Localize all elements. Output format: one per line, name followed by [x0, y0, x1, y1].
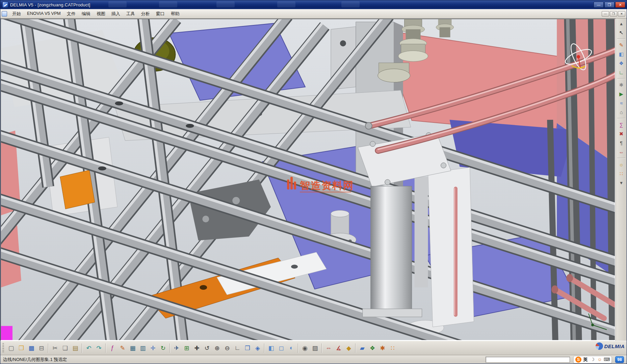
print-icon[interactable]: ⊟ — [36, 343, 47, 353]
mass-icon[interactable]: ◆ — [344, 343, 354, 353]
menu-enovia[interactable]: ENOVIA V5 VPM — [24, 10, 64, 18]
cut-icon[interactable]: ✂ — [50, 343, 60, 353]
watermark-text: 智造资料网 — [299, 180, 354, 191]
mdi-restore-button[interactable]: ❐ — [610, 11, 617, 17]
zoom-out-icon[interactable]: ⊖ — [222, 343, 232, 353]
keyboard-icon[interactable]: ⌨ — [604, 357, 610, 363]
hide-show-icon[interactable]: ◐ — [286, 343, 296, 353]
toolbar-scroll-up-icon[interactable]: ▴ — [617, 19, 626, 28]
grid-icon[interactable]: ∷ — [617, 169, 626, 178]
annotation-icon[interactable]: ¶ — [617, 139, 626, 147]
glass-reflection — [277, 1, 295, 7]
separator — [82, 343, 82, 353]
formula-icon[interactable]: ƒ — [107, 343, 117, 353]
viewport[interactable]: .bD{stroke:#54585c;stroke-width:36;fill:… — [0, 19, 616, 341]
clash-icon[interactable]: ✖ — [617, 130, 626, 138]
menu-start[interactable]: 开始 — [9, 10, 24, 18]
catalog-icon[interactable]: ▥ — [138, 343, 148, 353]
wireframe-view-icon[interactable]: ◻ — [276, 343, 286, 353]
sogou-icon[interactable]: S — [575, 357, 581, 363]
copy-icon[interactable]: ❏ — [60, 343, 70, 353]
ds-logo: DELMIA — [596, 342, 625, 350]
menu-bar: 开始ENOVIA V5 VPM文件编辑视图插入工具分析窗口帮助 —❐✕ — [0, 9, 627, 19]
glass-reflection — [159, 1, 177, 7]
menu-analyze[interactable]: 分析 — [138, 10, 153, 18]
window-title: DELMIA V5 - [zongzhuang.CATProduct] — [10, 2, 90, 7]
render-icon[interactable]: ▨ — [310, 343, 320, 353]
maximize-button[interactable]: ❐ — [604, 2, 615, 8]
menu-help[interactable]: 帮助 — [168, 10, 183, 18]
rotate-icon[interactable]: ↺ — [202, 343, 212, 353]
paste-icon[interactable]: ▤ — [70, 343, 80, 353]
app-window: DELMIA V5 - [zongzhuang.CATProduct] —❐✕ … — [0, 0, 627, 364]
normal-view-icon[interactable]: ∟ — [232, 343, 242, 353]
separator — [169, 343, 170, 353]
ime-badge[interactable]: 98 — [615, 356, 624, 363]
measure-between-icon[interactable]: ⇔ — [323, 343, 334, 353]
zoom-in-icon[interactable]: ⊕ — [212, 343, 222, 353]
snap-grid-icon[interactable]: ∷ — [388, 343, 398, 353]
analysis-icon[interactable]: ∑ — [617, 120, 626, 129]
axis-system-icon[interactable]: ✛ — [148, 343, 158, 353]
lang-indicator[interactable]: 英 — [582, 357, 589, 363]
ime-bar: S英☽☺⌨ — [573, 356, 612, 363]
menu-view[interactable]: 视图 — [94, 10, 108, 18]
command-field[interactable] — [486, 357, 570, 363]
track-icon[interactable]: ≈ — [617, 99, 626, 107]
status-message: 边线/NONE/几何图形集.1 预选定 — [3, 357, 67, 363]
assembly-icon[interactable]: ❖ — [617, 59, 626, 67]
select-cursor-icon[interactable]: ↖ — [617, 28, 626, 37]
workcell-icon[interactable]: ⌂ — [617, 108, 626, 116]
pan-icon[interactable]: ✚ — [192, 343, 202, 353]
fly-mode-icon[interactable]: ✈ — [172, 343, 182, 353]
menu-insert[interactable]: 插入 — [108, 10, 123, 18]
pen-icon[interactable]: ✎ — [117, 343, 128, 353]
mdi-doc-icon[interactable] — [2, 11, 7, 17]
bottom-toolbar-icons: ▢❒▩⊟✂❏▤↶↷ƒ✎▦▥✛↻✈⊞✚↺⊕⊖∟❐◈◧◻◐◉▨⇔∡◆▰❖✱∷ — [6, 343, 398, 353]
moon-icon[interactable]: ☽ — [590, 357, 596, 363]
close-button[interactable]: ✕ — [615, 2, 625, 8]
minimize-button[interactable]: — — [594, 2, 604, 8]
shaded-view-icon[interactable]: ◧ — [266, 343, 276, 353]
mdi-close-button[interactable]: ✕ — [618, 11, 625, 17]
menu-window[interactable]: 窗口 — [153, 10, 168, 18]
glass-reflection — [216, 1, 235, 7]
menu-edit[interactable]: 编辑 — [79, 10, 94, 18]
status-bar: 边线/NONE/几何图形集.1 预选定 S英☽☺⌨ 98 — [0, 355, 627, 364]
measure-angle-icon[interactable]: ∡ — [334, 343, 344, 353]
fit-all-icon[interactable]: ⊞ — [182, 343, 192, 353]
toolbar-scroll-down-icon[interactable]: ▾ — [617, 178, 626, 187]
app-icon — [2, 2, 8, 8]
separator — [617, 38, 625, 39]
save-icon[interactable]: ▩ — [26, 343, 36, 353]
update-icon[interactable]: ↻ — [158, 343, 168, 353]
simulation-play-icon[interactable]: ▶ — [617, 90, 626, 98]
menu-tools[interactable]: 工具 — [123, 10, 138, 18]
eraser-icon[interactable]: ▰ — [357, 343, 367, 353]
undo-icon[interactable]: ↶ — [84, 343, 94, 353]
viewport-3d-scene: .bD{stroke:#54585c;stroke-width:36;fill:… — [1, 19, 615, 340]
constraints-icon[interactable]: ∟ — [617, 68, 626, 77]
menu-file[interactable]: 文件 — [64, 10, 79, 18]
sketch-icon[interactable]: ✎ — [617, 41, 626, 49]
open-folder-icon[interactable]: ❒ — [16, 343, 26, 353]
light-icon[interactable]: ☼ — [617, 160, 626, 169]
camera-icon[interactable]: ◉ — [300, 343, 310, 353]
right-toolbar: ▴↖✎◧❖∟✱▶≈⌂∑✖¶⇔☼∷▾ — [616, 19, 627, 341]
multi-view-icon[interactable]: ❐ — [242, 343, 253, 353]
new-file-icon[interactable]: ▢ — [6, 343, 16, 353]
paint-icon[interactable]: ❖ — [367, 343, 377, 353]
part-design-icon[interactable]: ◧ — [617, 50, 626, 58]
gear-icon[interactable]: ✱ — [617, 81, 626, 89]
measure-icon[interactable]: ⇔ — [617, 148, 626, 156]
iso-view-icon[interactable]: ◈ — [253, 343, 263, 353]
separator — [321, 343, 322, 353]
table-icon[interactable]: ▦ — [128, 343, 138, 353]
mdi-minimize-button[interactable]: — — [602, 11, 609, 17]
title-bar[interactable]: DELMIA V5 - [zongzhuang.CATProduct] —❐✕ — [0, 0, 627, 9]
knowledge-icon[interactable]: ✱ — [377, 343, 388, 353]
main-area: .bD{stroke:#54585c;stroke-width:36;fill:… — [0, 19, 627, 341]
toolbar-drag-handle[interactable] — [2, 343, 4, 353]
redo-icon[interactable]: ↷ — [94, 343, 104, 353]
emoji-icon[interactable]: ☺ — [597, 357, 603, 363]
